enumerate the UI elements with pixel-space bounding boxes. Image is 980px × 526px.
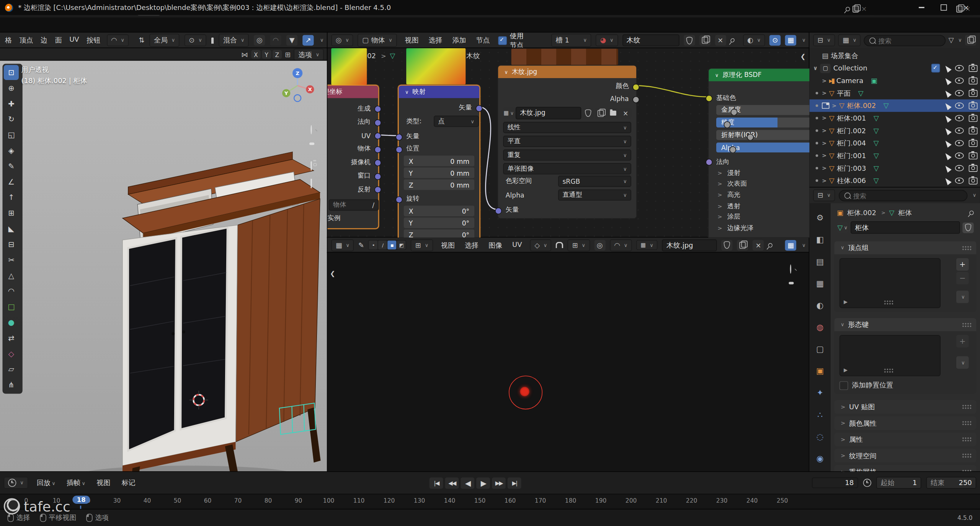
- image-option-dropdown[interactable]: 平直∨: [503, 136, 631, 147]
- node-mapping[interactable]: ∨映射 矢量 类型: 点∨ 矢量 位置: [398, 85, 480, 237]
- orthographic-grid-icon[interactable]: [310, 180, 312, 188]
- image-browse-dropdown[interactable]: ▦∨: [636, 240, 658, 250]
- visibility-eye-icon[interactable]: [955, 152, 964, 158]
- toolbar-collapse-chevron[interactable]: ❮: [330, 270, 335, 277]
- search-input[interactable]: [878, 37, 940, 44]
- proportional-editing-toggle[interactable]: ◎: [594, 240, 605, 250]
- copy-image-icon[interactable]: [737, 240, 748, 250]
- snap-target-dropdown[interactable]: ⊞∨: [568, 239, 590, 251]
- properties-tab[interactable]: ▢: [811, 342, 830, 356]
- zoom-icon[interactable]: [790, 265, 791, 273]
- bsdf-section[interactable]: >漫射: [709, 168, 809, 179]
- visibility-eye-icon[interactable]: [955, 115, 964, 121]
- scene-collection-row[interactable]: ▤ 场景集合: [809, 49, 980, 62]
- panel-header[interactable]: ∨形态键: [835, 318, 977, 331]
- tool-button[interactable]: ◱: [4, 127, 19, 142]
- viewport-3d[interactable]: ⊡⊕✚↻◱◈✎∠↑⊞◣⊟✂△◠□●⇄◇▱⋔ 用户透视 (18) 柜体.002 |…: [0, 60, 328, 472]
- selectable-icon[interactable]: [943, 114, 951, 122]
- sidebar-collapse-chevron[interactable]: ❮: [800, 53, 806, 60]
- input-socket[interactable]: [706, 95, 712, 102]
- input-socket[interactable]: [495, 207, 502, 214]
- overlays-toggle[interactable]: ⊙: [769, 35, 781, 46]
- properties-tab[interactable]: ▣: [811, 364, 830, 377]
- visibility-eye-icon[interactable]: [955, 65, 964, 71]
- jump-to-start-button[interactable]: |◀: [430, 477, 443, 488]
- snap-magnet-icon[interactable]: [556, 242, 564, 248]
- mirror-axis-toggle[interactable]: Y: [262, 50, 271, 59]
- remove-vertex-group-button[interactable]: −: [956, 272, 969, 284]
- image-browse-dropdown[interactable]: ▦∨: [503, 108, 514, 119]
- uv-menu[interactable]: UV: [508, 239, 526, 251]
- input-socket[interactable]: [395, 196, 402, 203]
- selectable-icon[interactable]: [943, 139, 951, 147]
- object-name[interactable]: 柜门:001: [837, 151, 866, 160]
- roughness-slider[interactable]: 糙度: [716, 118, 809, 127]
- rotation-value-field[interactable]: Y0°: [404, 217, 474, 228]
- properties-tab[interactable]: ◉: [811, 451, 830, 465]
- selectable-icon[interactable]: [943, 151, 951, 160]
- node-header[interactable]: ∨纹理坐标: [328, 86, 378, 98]
- pin-icon[interactable]: [768, 242, 774, 248]
- render-visibility-icon[interactable]: [969, 177, 978, 184]
- selectable-icon[interactable]: [943, 89, 951, 97]
- bsdf-section[interactable]: >次表面: [709, 178, 809, 189]
- expand-icon[interactable]: ▶: [844, 299, 848, 305]
- properties-tab[interactable]: ▤: [811, 254, 830, 268]
- mirror-axis-toggle[interactable]: Z: [273, 50, 282, 59]
- node-image-texture[interactable]: ∨木纹.jpg 颜色 Alpha ▦∨ 木纹.jpg ×: [498, 65, 637, 219]
- shape-key-specials-button[interactable]: ∨: [956, 356, 969, 369]
- render-visibility-icon[interactable]: [969, 127, 978, 134]
- tool-button[interactable]: ✚: [4, 96, 19, 111]
- frame-end-field[interactable]: 结束250: [926, 477, 977, 489]
- viewport-menu[interactable]: 按钮: [85, 34, 101, 46]
- search-input[interactable]: [853, 191, 962, 199]
- unlink-material-icon[interactable]: ×: [715, 35, 726, 46]
- expand-chevron[interactable]: >: [822, 90, 826, 96]
- shader-menu[interactable]: 选择: [425, 34, 446, 46]
- visibility-eye-icon[interactable]: [955, 127, 964, 134]
- editor-type-dropdown[interactable]: ◎∨: [331, 34, 353, 46]
- render-visibility-icon[interactable]: [969, 115, 978, 122]
- add-vertex-group-button[interactable]: +: [956, 258, 969, 271]
- fake-user-shield-icon[interactable]: [583, 108, 594, 119]
- timeline-menu[interactable]: 回放∨: [33, 477, 59, 489]
- input-socket[interactable]: [724, 121, 731, 127]
- copy-material-icon[interactable]: [699, 35, 710, 46]
- expand-chevron[interactable]: >: [822, 178, 826, 184]
- uv-image-editor[interactable]: ❮: [328, 253, 810, 472]
- new-collection-button[interactable]: [965, 35, 976, 46]
- remove-viewlayer-icon[interactable]: ×: [965, 5, 970, 13]
- fake-user-shield-icon[interactable]: [684, 35, 695, 46]
- tool-button[interactable]: ⋔: [4, 377, 19, 392]
- new-scene-icon[interactable]: [853, 5, 859, 12]
- slot-preview-toggle[interactable]: ▦: [785, 35, 796, 46]
- node-header[interactable]: ∨原理化 BSDF: [709, 69, 809, 82]
- outliner-object-row[interactable]: > 平面: [809, 87, 980, 100]
- outliner-object-row[interactable]: > 柜门:001: [809, 149, 980, 162]
- object-name[interactable]: 柜体:001: [837, 113, 866, 123]
- collapsed-panel[interactable]: >纹理空间: [835, 449, 977, 462]
- timeline-menu[interactable]: 标记∨: [118, 477, 139, 489]
- prev-keyframe-button[interactable]: ◀◀: [445, 477, 459, 488]
- position-value-field[interactable]: Y0 mm: [404, 168, 474, 178]
- bsdf-section[interactable]: >边缘光泽: [709, 222, 809, 234]
- render-visibility-icon[interactable]: [969, 77, 978, 84]
- frame-start-field[interactable]: 起始1: [876, 477, 921, 489]
- jump-to-end-button[interactable]: ▶|: [508, 477, 521, 488]
- breadcrumb-data[interactable]: 柜体: [898, 208, 912, 217]
- render-visibility-icon[interactable]: [969, 152, 978, 159]
- render-visibility-icon[interactable]: [969, 65, 978, 72]
- render-visibility-icon[interactable]: [969, 90, 978, 96]
- shader-menu[interactable]: 添加: [449, 34, 470, 46]
- output-socket[interactable]: [632, 96, 639, 103]
- next-keyframe-button[interactable]: ▶▶: [492, 477, 506, 488]
- outliner-object-row[interactable]: > 柜门.004: [809, 137, 980, 150]
- properties-tab[interactable]: ◌: [811, 430, 830, 443]
- unlink-scene-icon[interactable]: ×: [861, 5, 867, 13]
- output-socket[interactable]: [374, 159, 381, 166]
- shader-menu[interactable]: 视图: [401, 34, 423, 46]
- tool-button[interactable]: ◣: [4, 221, 19, 236]
- open-image-folder-icon[interactable]: [608, 108, 619, 119]
- expand-chevron[interactable]: ∨: [813, 65, 818, 71]
- mirror-axis-toggle[interactable]: X: [251, 50, 260, 59]
